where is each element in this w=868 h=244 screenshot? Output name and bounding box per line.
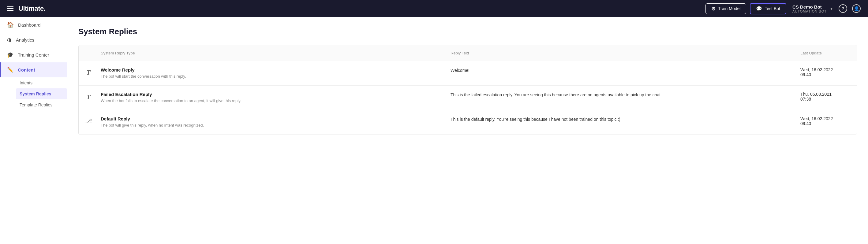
row-type-welcome: Welcome Reply The bot will start the con… bbox=[96, 67, 446, 79]
row-icon-default: ⎇ bbox=[79, 116, 96, 125]
app-header: Ultimate. ⚙ Train Model 💬 Test Bot CS De… bbox=[0, 0, 868, 17]
test-button-label: Test Bot bbox=[765, 6, 780, 11]
table-row: T Failed Escalation Reply When the bot f… bbox=[79, 85, 857, 110]
reply-text-default: This is the default reply. You're seeing… bbox=[446, 116, 796, 123]
sidebar-item-dashboard[interactable]: 🏠 Dashboard bbox=[0, 17, 67, 32]
type-desc-default: The bot will give this reply, when no in… bbox=[101, 123, 441, 128]
table-row: ⎇ Default Reply The bot will give this r… bbox=[79, 110, 857, 134]
app-logo: Ultimate. bbox=[18, 5, 45, 12]
sidebar-item-content[interactable]: ✏️ Content bbox=[0, 62, 67, 77]
last-update-welcome: Wed, 16.02.2022 09:40 bbox=[796, 67, 857, 77]
content-icon: ✏️ bbox=[7, 67, 13, 73]
sidebar-subitem-system-replies[interactable]: System Replies bbox=[16, 89, 67, 99]
type-name-escalation: Failed Escalation Reply bbox=[101, 92, 441, 97]
th-reply: Reply Text bbox=[446, 48, 796, 58]
th-update: Last Update bbox=[796, 48, 857, 58]
page-title: System Replies bbox=[79, 27, 857, 36]
sidebar-subitem-template-replies[interactable]: Template Replies bbox=[16, 99, 67, 110]
test-bot-button[interactable]: 💬 Test Bot bbox=[750, 3, 786, 14]
main-content: System Replies System Reply Type Reply T… bbox=[67, 17, 868, 244]
row-icon-escalation: T bbox=[79, 92, 96, 101]
bot-type: AUTOMATION BOT bbox=[793, 9, 827, 13]
th-type: System Reply Type bbox=[96, 48, 446, 58]
reply-text-escalation: This is the failed escalation reply. You… bbox=[446, 92, 796, 98]
table-header: System Reply Type Reply Text Last Update bbox=[79, 45, 857, 61]
sidebar-label-content: Content bbox=[18, 67, 35, 72]
th-icon bbox=[79, 48, 96, 58]
row-icon-welcome: T bbox=[79, 67, 96, 76]
type-name-default: Default Reply bbox=[101, 116, 441, 121]
sidebar-label-dashboard: Dashboard bbox=[18, 22, 40, 28]
hamburger-menu[interactable] bbox=[7, 6, 13, 11]
header-left: Ultimate. bbox=[7, 5, 701, 12]
sidebar-label-analytics: Analytics bbox=[16, 37, 34, 42]
chat-icon: 💬 bbox=[756, 6, 762, 12]
bot-name-block: CS Demo Bot AUTOMATION BOT bbox=[793, 4, 827, 13]
table-row: T Welcome Reply The bot will start the c… bbox=[79, 61, 857, 85]
system-replies-table: System Reply Type Reply Text Last Update… bbox=[79, 45, 857, 135]
bot-info: CS Demo Bot AUTOMATION BOT ▾ bbox=[793, 4, 833, 13]
sidebar-submenu: Intents System Replies Template Replies bbox=[0, 77, 67, 110]
home-icon: 🏠 bbox=[7, 22, 14, 28]
header-icons: ? 👤 bbox=[839, 4, 861, 13]
help-icon[interactable]: ? bbox=[839, 4, 847, 13]
type-desc-escalation: When the bot fails to escalate the conve… bbox=[101, 98, 441, 104]
row-type-default: Default Reply The bot will give this rep… bbox=[96, 116, 446, 128]
sidebar-label-training: Training Center bbox=[18, 52, 49, 58]
train-model-button[interactable]: ⚙ Train Model bbox=[706, 3, 746, 14]
user-icon[interactable]: 👤 bbox=[852, 4, 861, 13]
header-center: ⚙ Train Model 💬 Test Bot CS Demo Bot AUT… bbox=[706, 3, 861, 14]
sidebar-subitem-intents[interactable]: Intents bbox=[16, 77, 67, 89]
train-button-label: Train Model bbox=[718, 6, 740, 11]
last-update-default: Wed, 16.02.2022 09:40 bbox=[796, 116, 857, 126]
sidebar-item-training-center[interactable]: 🎓 Training Center bbox=[0, 47, 67, 62]
type-desc-welcome: The bot will start the conversation with… bbox=[101, 74, 441, 79]
row-type-escalation: Failed Escalation Reply When the bot fai… bbox=[96, 92, 446, 104]
bot-name: CS Demo Bot bbox=[793, 4, 827, 9]
bot-dropdown-chevron[interactable]: ▾ bbox=[830, 6, 833, 11]
type-name-welcome: Welcome Reply bbox=[101, 67, 441, 72]
reply-text-welcome: Welcome! bbox=[446, 67, 796, 74]
train-icon: ⚙ bbox=[711, 6, 716, 12]
training-icon: 🎓 bbox=[7, 52, 13, 58]
last-update-escalation: Thu, 05.08.2021 07:38 bbox=[796, 92, 857, 102]
analytics-icon: ◑ bbox=[7, 37, 12, 43]
sidebar: 🏠 Dashboard ◑ Analytics 🎓 Training Cente… bbox=[0, 17, 67, 244]
sidebar-item-analytics[interactable]: ◑ Analytics bbox=[0, 32, 67, 47]
app-body: 🏠 Dashboard ◑ Analytics 🎓 Training Cente… bbox=[0, 17, 868, 244]
